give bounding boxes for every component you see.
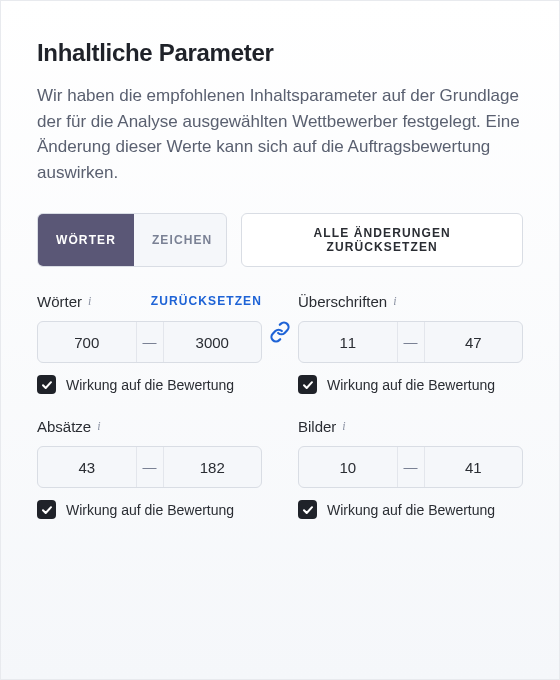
paragraphs-impact-label: Wirkung auf die Bewertung [66, 502, 234, 518]
images-impact-label: Wirkung auf die Bewertung [327, 502, 495, 518]
param-paragraphs-label: Absätze i [37, 418, 101, 435]
param-paragraphs: Absätze i — Wirkung auf die Bewertung [37, 416, 262, 519]
check-icon [41, 379, 53, 391]
images-min-input[interactable] [299, 447, 397, 487]
words-impact-checkbox[interactable] [37, 375, 56, 394]
headings-impact-checkbox[interactable] [298, 375, 317, 394]
words-range: — [37, 321, 262, 363]
range-dash: — [397, 447, 425, 487]
images-impact-checkbox[interactable] [298, 500, 317, 519]
paragraphs-range: — [37, 446, 262, 488]
param-headings: Überschriften i — Wirkung auf die Bewert… [298, 291, 523, 394]
link-column [262, 321, 298, 343]
words-impact-label: Wirkung auf die Bewertung [66, 377, 234, 393]
unit-toggle: WÖRTER ZEICHEN [37, 213, 227, 267]
info-icon[interactable]: i [393, 294, 396, 309]
paragraphs-min-input[interactable] [38, 447, 136, 487]
range-dash: — [136, 447, 164, 487]
param-images: Bilder i — Wirkung auf die Bewertung [298, 416, 523, 519]
range-dash: — [136, 322, 164, 362]
param-images-label: Bilder i [298, 418, 346, 435]
param-headings-label: Überschriften i [298, 293, 397, 310]
check-icon [302, 504, 314, 516]
link-icon[interactable] [269, 321, 291, 343]
check-icon [41, 504, 53, 516]
words-max-input[interactable] [164, 322, 262, 362]
reset-all-button[interactable]: ALLE ÄNDERUNGEN ZURÜCKSETZEN [241, 213, 523, 267]
paragraphs-max-input[interactable] [164, 447, 262, 487]
info-icon[interactable]: i [88, 294, 91, 309]
tab-words[interactable]: WÖRTER [38, 214, 134, 266]
images-max-input[interactable] [425, 447, 523, 487]
info-icon[interactable]: i [342, 419, 345, 434]
headings-min-input[interactable] [299, 322, 397, 362]
headings-range: — [298, 321, 523, 363]
page-title: Inhaltliche Parameter [37, 39, 523, 67]
headings-max-input[interactable] [425, 322, 523, 362]
paragraphs-impact-checkbox[interactable] [37, 500, 56, 519]
headings-impact-label: Wirkung auf die Bewertung [327, 377, 495, 393]
words-min-input[interactable] [38, 322, 136, 362]
toolbar: WÖRTER ZEICHEN ALLE ÄNDERUNGEN ZURÜCKSET… [37, 213, 523, 267]
check-icon [302, 379, 314, 391]
page-description: Wir haben die empfohlenen Inhaltsparamet… [37, 83, 523, 185]
param-words: Wörter i ZURÜCKSETZEN — Wirkung auf die … [37, 291, 262, 394]
reset-words-button[interactable]: ZURÜCKSETZEN [151, 294, 262, 308]
info-icon[interactable]: i [97, 419, 100, 434]
param-words-label: Wörter i [37, 293, 91, 310]
images-range: — [298, 446, 523, 488]
range-dash: — [397, 322, 425, 362]
tab-chars[interactable]: ZEICHEN [134, 214, 227, 266]
